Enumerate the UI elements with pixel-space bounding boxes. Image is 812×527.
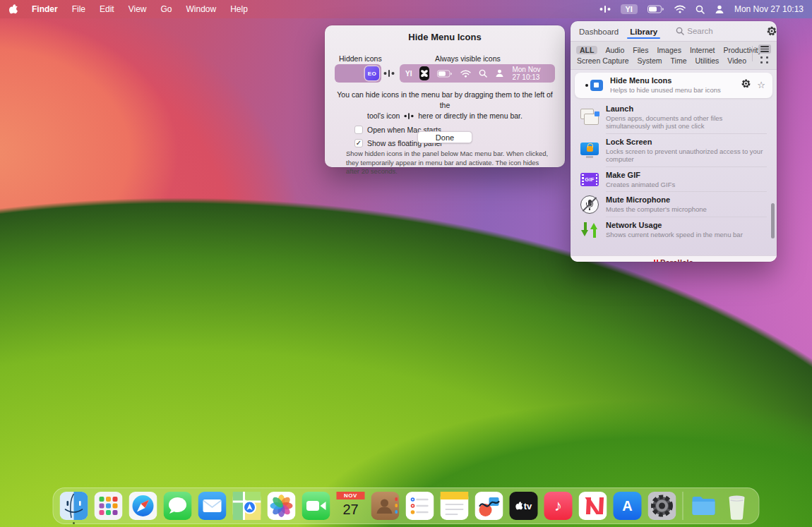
dock-notes-icon[interactable] <box>441 492 469 520</box>
menu-go[interactable]: Go <box>161 4 172 14</box>
menu-bar: Finder File Edit View Go Window Help YI … <box>0 0 812 18</box>
tool-description: Opens apps, documents and other files si… <box>606 114 767 131</box>
category-audio[interactable]: Audio <box>604 46 625 54</box>
dock-downloads-icon[interactable] <box>690 492 718 520</box>
dock-facetime-icon[interactable] <box>302 492 330 520</box>
category-system[interactable]: System <box>637 56 663 65</box>
wifi-icon[interactable] <box>460 70 471 78</box>
hidden-icons-label: Hidden icons <box>339 54 382 63</box>
dock-freeform-icon[interactable] <box>475 492 503 520</box>
open-when-mac-starts-checkbox[interactable] <box>354 126 363 134</box>
tool-settings-gear-icon[interactable] <box>741 78 751 92</box>
dock-messages-icon[interactable] <box>164 492 192 520</box>
menu-finder[interactable]: Finder <box>32 4 58 14</box>
tool-row-launch[interactable]: LaunchOpens apps, documents and other fi… <box>571 101 777 134</box>
menu-bar-preview: EO YI Mon Nov 27 10:13 <box>335 64 555 83</box>
tool-name: Launch <box>606 104 767 113</box>
show-as-floating-panel-checkbox[interactable]: ✓ <box>354 139 363 147</box>
category-video[interactable]: Video <box>727 56 747 65</box>
dock-apple-tv-icon[interactable]: tv <box>510 492 538 520</box>
menu-view[interactable]: View <box>129 4 147 14</box>
make-gif-icon: GIF <box>578 173 602 186</box>
preview-clock: Mon Nov 27 10:13 <box>512 66 549 81</box>
tool-row-mute-microphone[interactable]: Mute MicrophoneMutes the computer's micr… <box>571 192 777 217</box>
dock-contacts-icon[interactable] <box>371 492 400 520</box>
tab-dashboard[interactable]: Dashboard <box>578 23 620 39</box>
scrollbar[interactable] <box>771 203 775 238</box>
parallels-logo-icon <box>654 260 658 262</box>
menu-bar-clock[interactable]: Mon Nov 27 10:13 <box>734 4 804 14</box>
battery-icon[interactable] <box>647 5 664 13</box>
category-screen-capture[interactable]: Screen Capture <box>576 56 630 65</box>
dock-divider <box>683 492 683 520</box>
tool-row-network-usage[interactable]: Network UsageShows current network speed… <box>571 217 777 243</box>
dock-music-icon[interactable]: ♪ <box>544 492 573 520</box>
hide-menu-icons-dialog: Hide Menu Icons Hidden icons Always visi… <box>325 25 565 167</box>
dock-app-store-icon[interactable]: A <box>614 492 642 520</box>
panel-settings-gear-icon[interactable] <box>766 25 777 37</box>
favorite-star-icon[interactable]: ☆ <box>757 80 765 90</box>
grid-view-button[interactable] <box>760 56 769 63</box>
hide-menu-icons-icon <box>582 80 606 91</box>
menu-bar-status: YI Mon Nov 27 10:13 <box>599 4 804 14</box>
category-utilities[interactable]: Utilities <box>695 56 720 65</box>
category-all[interactable]: ALL <box>576 46 597 54</box>
spotlight-search-icon[interactable] <box>695 5 705 14</box>
user-switch-icon[interactable] <box>715 5 724 14</box>
wifi-icon[interactable] <box>674 5 686 13</box>
dock-safari-icon[interactable] <box>129 492 157 520</box>
dock-mail-icon[interactable] <box>198 492 227 520</box>
dock-finder-icon[interactable] <box>60 492 88 520</box>
parallels-toolbox-menu-icon[interactable]: YI <box>405 70 412 78</box>
hidden-tool-icon[interactable]: EO <box>365 66 379 80</box>
parallels-brand: Parallels <box>660 258 693 262</box>
dialog-title: Hide Menu Icons <box>325 25 565 42</box>
category-internet[interactable]: Internet <box>689 46 716 54</box>
dock-calendar-icon[interactable]: NOV27 <box>337 492 365 520</box>
list-view-button[interactable] <box>758 44 771 54</box>
category-images[interactable]: Images <box>656 46 681 54</box>
menu-window[interactable]: Window <box>186 4 217 14</box>
hidden-icons-drop-zone[interactable]: EO <box>335 64 381 83</box>
tool-name: Make GIF <box>606 171 675 179</box>
menu-help[interactable]: Help <box>230 4 248 14</box>
tool-row-make-gif[interactable]: GIFMake GIFCreates animated GIFs <box>571 167 777 193</box>
tool-name: Network Usage <box>606 221 743 229</box>
parallels-toolbox-panel: Dashboard Library ALLAudioFilesImagesInt… <box>571 21 777 262</box>
panel-header: Dashboard Library <box>571 21 777 41</box>
tool-description: Shows current network speed in the menu … <box>606 231 743 239</box>
dock-photos-icon[interactable] <box>268 492 296 520</box>
battery-icon[interactable] <box>437 70 453 78</box>
search-field[interactable] <box>676 27 758 35</box>
menu-file[interactable]: File <box>72 4 85 14</box>
category-files[interactable]: Files <box>632 46 649 54</box>
visible-icons-zone[interactable]: YI Mon Nov 27 10:13 <box>400 64 555 83</box>
tool-row-lock-screen[interactable]: Lock ScreenLocks screen to prevent unaut… <box>571 134 777 167</box>
hide-menu-icons-separator-icon <box>404 112 414 120</box>
tool-name: Hide Menu Icons <box>610 76 721 85</box>
dock-news-icon[interactable] <box>579 492 607 520</box>
network-usage-icon <box>578 222 602 238</box>
dock-launchpad-icon[interactable] <box>95 492 123 520</box>
butterfly-dragged-icon[interactable] <box>419 66 429 80</box>
launch-icon <box>578 109 602 126</box>
category-time[interactable]: Time <box>670 56 688 65</box>
dock-maps-icon[interactable] <box>233 492 261 520</box>
dock-reminders-icon[interactable] <box>406 492 434 520</box>
tab-library[interactable]: Library <box>628 23 659 39</box>
menu-edit[interactable]: Edit <box>100 4 114 14</box>
parallels-toolbox-menu-icon[interactable]: YI <box>621 4 638 14</box>
dock-trash-icon[interactable] <box>724 492 753 520</box>
dock-system-settings-icon[interactable] <box>648 492 676 520</box>
category-productivity[interactable]: Productivity <box>723 46 763 54</box>
tool-description: Mutes the computer's microphone <box>606 205 707 214</box>
search-input[interactable] <box>687 27 758 35</box>
user-switch-icon[interactable] <box>495 69 504 78</box>
done-button[interactable]: Done <box>417 131 472 143</box>
tool-row-hide-menu-icons[interactable]: Hide Menu IconsHelps to hide unused menu… <box>575 73 772 98</box>
visible-icons-label: Always visible icons <box>435 54 501 63</box>
spotlight-search-icon[interactable] <box>479 69 487 78</box>
dialog-instructions: You can hide icons in the menu bar by dr… <box>332 90 558 121</box>
apple-menu-icon[interactable] <box>8 4 18 15</box>
hide-menu-icons-separator-icon[interactable] <box>599 5 611 13</box>
